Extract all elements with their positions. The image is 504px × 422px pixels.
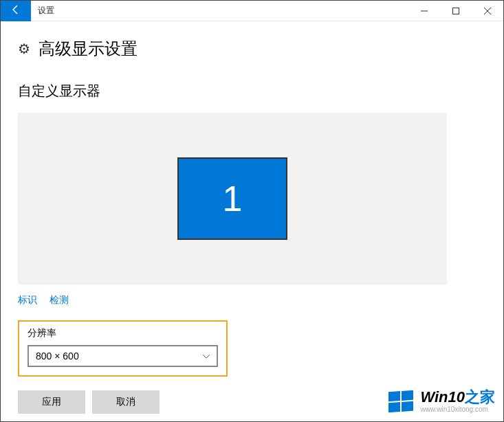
titlebar: 设置: [1, 1, 503, 21]
watermark-brand: Win10: [420, 388, 465, 406]
monitor-tile-1[interactable]: 1: [177, 157, 287, 240]
monitor-arrangement-area[interactable]: 1: [18, 113, 447, 285]
resolution-value: 800 × 600: [36, 351, 79, 362]
detect-link[interactable]: 检测: [50, 294, 69, 307]
apply-button[interactable]: 应用: [18, 390, 85, 414]
close-button[interactable]: [472, 1, 503, 21]
resolution-dropdown[interactable]: 800 × 600: [28, 345, 218, 367]
resolution-section: 分辨率 800 × 600: [18, 320, 228, 377]
back-arrow-icon: [10, 4, 21, 18]
settings-window: 设置 ⚙ 高级显示设置 自定义显示器 1 标识 检测: [0, 0, 504, 422]
window-controls: [408, 1, 503, 21]
watermark-url: www.win10xitong.com: [420, 406, 495, 413]
resolution-label: 分辨率: [28, 327, 218, 340]
watermark-text: Win10之家 www.win10xitong.com: [420, 390, 495, 413]
windows-logo-icon: [388, 390, 413, 413]
minimize-button[interactable]: [408, 1, 440, 21]
identify-link[interactable]: 标识: [18, 294, 37, 307]
page-header: ⚙ 高级显示设置: [18, 38, 486, 60]
watermark-brand-suffix: 之家: [465, 388, 495, 406]
monitor-id-label: 1: [223, 178, 243, 219]
content-area: ⚙ 高级显示设置 自定义显示器 1 标识 检测 分辨率 800 × 600 应用…: [1, 38, 503, 422]
window-title: 设置: [38, 5, 54, 16]
back-button[interactable]: [1, 1, 31, 21]
display-links: 标识 检测: [18, 294, 486, 307]
cancel-button[interactable]: 取消: [92, 390, 160, 414]
watermark: Win10之家 www.win10xitong.com: [388, 390, 495, 413]
maximize-button[interactable]: [440, 1, 472, 21]
chevron-down-icon: [203, 353, 210, 360]
gear-icon: ⚙: [18, 41, 30, 57]
page-title: 高级显示设置: [39, 38, 138, 60]
section-title: 自定义显示器: [18, 82, 486, 100]
svg-rect-1: [453, 8, 459, 14]
